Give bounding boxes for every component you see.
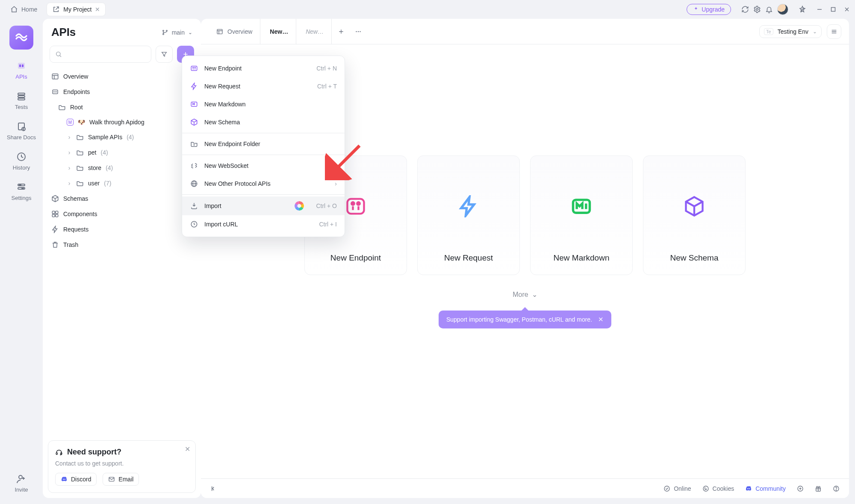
dd-label: New Endpoint [204, 65, 242, 72]
project-tab[interactable]: My Project ✕ [47, 3, 106, 16]
search-input[interactable] [50, 46, 151, 63]
tree-root[interactable]: Root [46, 100, 198, 115]
email-chip[interactable]: Email [103, 473, 139, 486]
status-gift[interactable] [815, 485, 822, 492]
dd-new-websocket[interactable]: New WebSocket [182, 157, 345, 175]
window-close-icon[interactable] [844, 6, 850, 12]
chevron-down-icon: ⌄ [188, 29, 192, 35]
status-plus[interactable] [797, 485, 804, 492]
window-minimize-icon[interactable] [817, 6, 823, 12]
svg-rect-5 [18, 63, 25, 69]
tile-new-schema[interactable]: New Schema [643, 155, 746, 275]
dd-new-endpoint[interactable]: New Endpoint Ctrl + N [182, 59, 345, 77]
tree-overview[interactable]: Overview [46, 69, 198, 84]
menu-separator [182, 133, 345, 133]
discord-icon [745, 485, 752, 492]
close-tooltip-icon[interactable]: ✕ [598, 316, 604, 323]
tree-walk-item[interactable]: M 🐶 Walk through Apidog [46, 115, 198, 129]
tree-folder-user[interactable]: › user (7) [46, 176, 198, 191]
folder-count: (4) [106, 164, 113, 171]
dd-import-curl[interactable]: Import cURL Ctrl + I [182, 215, 345, 233]
refresh-icon[interactable] [741, 6, 749, 13]
status-bar: Online Cookies Community [201, 478, 849, 498]
tab-new-ghost[interactable]: New… [298, 19, 332, 44]
tooltip-text: Support importing Swagger, Postman, cURL… [446, 316, 592, 323]
tree-requests[interactable]: Requests ▸ [46, 222, 198, 237]
rail-item-invite[interactable]: Invite [15, 474, 28, 493]
status-cookies[interactable]: Cookies [702, 485, 734, 492]
chevron-down-icon: ⌄ [813, 29, 817, 35]
svg-rect-28 [56, 211, 58, 214]
support-card: ✕ Need support? Contact us to get suppor… [48, 440, 196, 493]
env-selector[interactable]: Te Testing Env ⌄ [759, 25, 822, 38]
dd-new-request[interactable]: New Request Ctrl + T [182, 77, 345, 95]
window-maximize-icon[interactable] [830, 6, 836, 12]
color-palette-icon [295, 201, 304, 211]
close-tab-icon[interactable]: ✕ [95, 6, 100, 12]
tab-more-button[interactable] [351, 28, 366, 35]
bolt-icon [190, 82, 198, 91]
tab-new-active[interactable]: New… [262, 19, 296, 44]
tree-folder-pet[interactable]: › pet (4) [46, 145, 198, 160]
discord-chip[interactable]: Discord [55, 473, 97, 486]
tab-overview-label: Overview [227, 28, 252, 35]
folder-count: (7) [104, 180, 111, 187]
tree-folder-store[interactable]: › store (4) [46, 160, 198, 176]
status-help[interactable] [833, 485, 840, 492]
app-logo[interactable] [9, 26, 33, 50]
tab-new-ghost-label: New… [306, 28, 324, 35]
left-rail: APIs Tests Share Docs History Settings I… [0, 19, 43, 504]
markdown-tile-icon [570, 195, 593, 217]
tile-new-markdown[interactable]: New Markdown [530, 155, 633, 275]
dd-new-other[interactable]: New Other Protocol APIs › [182, 175, 345, 193]
tree-endpoints[interactable]: Endpoints ▸ [46, 84, 198, 100]
app-shell: APIs Tests Share Docs History Settings I… [0, 19, 855, 504]
folder-name: store [88, 164, 101, 171]
dd-import[interactable]: Import Ctrl + O [182, 196, 345, 215]
home-tab[interactable]: Home [5, 3, 42, 16]
endpoint-icon [190, 64, 198, 73]
env-name: Testing Env [778, 28, 808, 35]
filter-button[interactable] [156, 46, 173, 63]
more-label: More [513, 291, 528, 299]
env-menu-button[interactable] [827, 24, 841, 39]
rail-item-history[interactable]: History [13, 152, 30, 171]
tests-icon [16, 91, 27, 101]
pin-icon[interactable] [799, 6, 806, 13]
tree-trash[interactable]: Trash [46, 237, 198, 252]
rail-item-tests[interactable]: Tests [15, 91, 28, 110]
rail-item-share-docs[interactable]: Share Docs [7, 121, 36, 141]
import-tooltip: Support importing Swagger, Postman, cURL… [439, 311, 611, 328]
bell-icon[interactable] [765, 6, 773, 13]
status-online[interactable]: Online [663, 485, 691, 492]
branch-icon [162, 29, 168, 36]
tree-components[interactable]: Components ▸ [46, 206, 198, 222]
dd-new-schema[interactable]: New Schema [182, 113, 345, 131]
add-tab-button[interactable] [333, 28, 349, 35]
close-support-icon[interactable]: ✕ [185, 445, 190, 453]
rail-label-history: History [13, 164, 30, 171]
dd-new-markdown[interactable]: New Markdown [182, 95, 345, 113]
avatar[interactable] [777, 4, 788, 15]
dd-shortcut: Ctrl + N [316, 65, 337, 72]
svg-point-20 [162, 33, 164, 35]
upgrade-button[interactable]: Upgrade [687, 4, 731, 15]
rail-item-settings[interactable]: Settings [12, 182, 32, 201]
dd-new-folder[interactable]: New Endpoint Folder [182, 135, 345, 153]
rail-label-invite: Invite [15, 486, 28, 493]
collapse-left-icon[interactable] [210, 485, 218, 492]
status-cookies-label: Cookies [713, 485, 734, 492]
more-button[interactable]: More ⌄ [513, 290, 537, 299]
rail-item-apis[interactable]: APIs [15, 61, 27, 80]
menu-icon [831, 28, 837, 35]
tab-overview[interactable]: Overview [209, 19, 260, 44]
home-icon [10, 6, 18, 13]
branch-selector[interactable]: main ⌄ [162, 29, 192, 36]
svg-point-49 [705, 488, 705, 488]
tab-new-active-label: New… [270, 28, 288, 35]
status-community[interactable]: Community [745, 485, 786, 492]
tree-folder-sample[interactable]: › Sample APIs (4) [46, 129, 198, 145]
tree-schemas[interactable]: Schemas ▸ [46, 191, 198, 206]
gear-icon[interactable] [753, 6, 761, 13]
tile-new-request[interactable]: New Request [417, 155, 520, 275]
